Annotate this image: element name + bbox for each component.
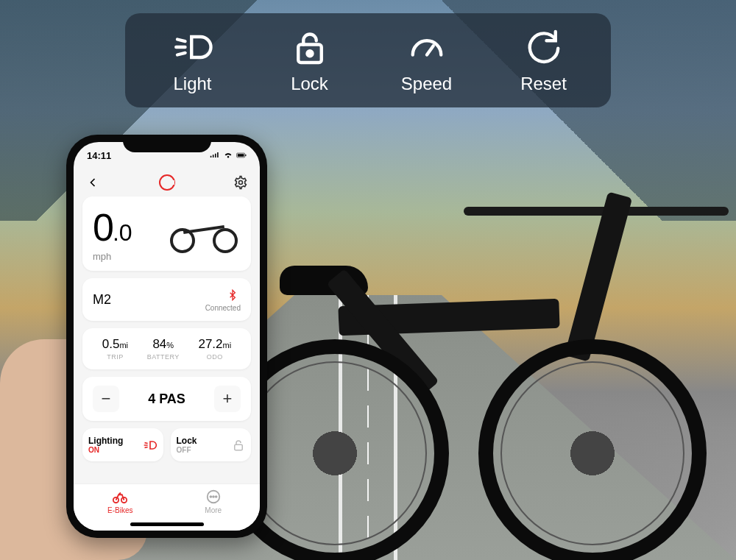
feature-reset[interactable]: Reset [489, 26, 599, 94]
bike-icon [112, 489, 128, 505]
lock-small-icon [232, 439, 245, 452]
svg-point-17 [210, 496, 211, 497]
bike-thumbnail [167, 212, 241, 256]
status-icons [210, 151, 247, 160]
lighting-toggle[interactable]: Lighting ON [82, 428, 163, 461]
svg-point-19 [216, 496, 217, 497]
toggle-row: Lighting ON Lock OFF [82, 428, 251, 461]
svg-rect-7 [238, 154, 244, 157]
svg-rect-8 [245, 155, 246, 156]
phone-notch [123, 135, 211, 152]
back-icon[interactable] [85, 175, 100, 190]
connection-card[interactable]: M2 Connected [82, 278, 251, 321]
model-name: M2 [93, 292, 111, 308]
status-time: 14:11 [87, 150, 111, 161]
pas-plus-button[interactable]: + [214, 386, 241, 412]
home-indicator [130, 522, 204, 526]
bluetooth-icon [224, 287, 241, 303]
reset-large-icon [523, 26, 565, 68]
feature-lock-label: Lock [291, 74, 328, 94]
speed-unit: mph [93, 251, 132, 262]
svg-point-18 [213, 496, 214, 497]
svg-point-9 [239, 181, 243, 185]
phone-device: 14:11 0 .0 [66, 135, 267, 538]
feature-reset-label: Reset [520, 74, 567, 94]
lighting-title: Lighting [88, 436, 123, 446]
pas-card: − 4 PAS + [82, 377, 251, 421]
feature-speed[interactable]: Speed [372, 26, 482, 94]
brand-logo-icon [159, 174, 175, 191]
light-small-icon [143, 438, 158, 453]
svg-point-14 [113, 497, 118, 503]
connection-status: Connected [205, 304, 241, 312]
app-screen: 14:11 0 .0 [74, 142, 260, 531]
pas-value: 4 PAS [148, 391, 185, 407]
stats-card: 0.5mi TRIP 84% BATTERY 27.2mi ODO [82, 328, 251, 369]
speed-large-icon [406, 26, 447, 68]
speed-card: 0 .0 mph [82, 196, 251, 271]
tab-more[interactable]: More [167, 489, 261, 522]
stat-odo: 27.2mi ODO [198, 337, 231, 361]
lock-toggle[interactable]: Lock OFF [171, 428, 252, 461]
settings-icon[interactable] [233, 175, 248, 190]
svg-line-0 [177, 40, 185, 42]
feature-light-label: Light [173, 74, 211, 94]
feature-lock[interactable]: Lock [255, 26, 365, 94]
speed-integer: 0 [93, 205, 113, 249]
svg-line-10 [144, 442, 147, 443]
feature-speed-label: Speed [401, 74, 452, 94]
cellular-icon [210, 151, 220, 160]
pas-minus-button[interactable]: − [93, 386, 119, 412]
app-header [74, 169, 260, 196]
lock-title: Lock [177, 436, 197, 446]
stat-trip: 0.5mi TRIP [102, 337, 128, 361]
feature-light[interactable]: Light [138, 26, 248, 94]
tab-ebikes[interactable]: E-Bikes [74, 489, 167, 522]
stat-battery: 84% BATTERY [147, 337, 180, 361]
svg-line-12 [144, 447, 147, 447]
light-large-icon [172, 26, 213, 68]
svg-point-4 [307, 51, 312, 56]
tab-bar: E-Bikes More [74, 483, 260, 531]
svg-line-5 [427, 46, 434, 54]
svg-rect-13 [235, 444, 243, 450]
feature-bar: Light Lock Speed Reset [125, 13, 611, 107]
wifi-icon [223, 151, 233, 160]
lock-state: OFF [177, 446, 197, 454]
lighting-state: ON [88, 446, 123, 454]
lock-large-icon [289, 26, 330, 68]
svg-line-2 [177, 53, 185, 55]
more-icon [205, 489, 222, 505]
hand-holding-phone: 14:11 0 .0 [0, 148, 316, 560]
speed-decimal: .0 [113, 219, 132, 247]
battery-icon [236, 151, 247, 160]
